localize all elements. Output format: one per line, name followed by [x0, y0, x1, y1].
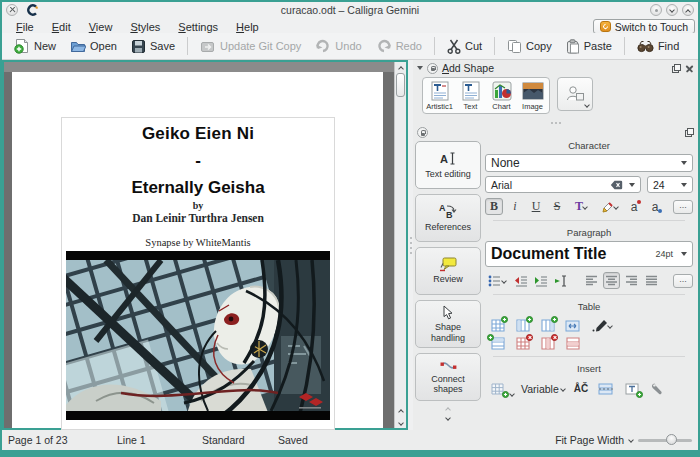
- doc-title-line1: Geiko Eien Ni: [62, 124, 334, 144]
- artistic-text-icon: [428, 81, 452, 101]
- document-vertical-scrollbar[interactable]: [394, 62, 406, 428]
- shape-image-button[interactable]: Image: [517, 79, 548, 112]
- window-shade-button[interactable]: [650, 4, 662, 16]
- copy-button[interactable]: Copy: [501, 37, 558, 56]
- delete-column-button[interactable]: [539, 336, 556, 351]
- scrollbar-thumb[interactable]: [396, 73, 405, 97]
- increase-indent-button[interactable]: [532, 272, 549, 289]
- subscript-button[interactable]: a: [646, 198, 664, 215]
- status-page[interactable]: Page 1 of 23: [8, 434, 68, 446]
- zoom-slider[interactable]: [638, 434, 692, 446]
- insert-variable-button[interactable]: Variable: [521, 383, 565, 395]
- menu-file[interactable]: File: [8, 21, 42, 33]
- tool-options-content: Character None Arial: [483, 139, 695, 430]
- strikethrough-button[interactable]: S: [548, 198, 566, 215]
- decrease-indent-button[interactable]: [512, 272, 529, 289]
- undo-button[interactable]: Undo: [309, 37, 367, 55]
- insert-table-button[interactable]: [489, 318, 506, 333]
- font-family-combobox[interactable]: Arial: [485, 176, 641, 193]
- docker-splitter-handle[interactable]: [413, 122, 698, 124]
- underline-button[interactable]: U: [527, 198, 545, 215]
- cut-button[interactable]: Cut: [441, 37, 488, 56]
- paste-button[interactable]: Paste: [560, 37, 618, 56]
- switch-to-touch-button[interactable]: Switch to Touch: [593, 19, 695, 34]
- menu-help[interactable]: Help: [228, 21, 267, 33]
- merge-cells-button[interactable]: [564, 318, 581, 333]
- delete-row-button[interactable]: [564, 336, 581, 351]
- status-paragraph-style[interactable]: Standard: [202, 434, 245, 446]
- zoom-slider-thumb[interactable]: [666, 434, 677, 445]
- tab-text-editing[interactable]: A Text editing: [415, 141, 481, 189]
- save-button[interactable]: Save: [125, 37, 181, 56]
- align-center-button[interactable]: [603, 272, 620, 289]
- scroll-up-icon[interactable]: [395, 64, 406, 71]
- cursor-arrow-icon: [442, 305, 454, 320]
- delete-table-button[interactable]: [514, 336, 531, 351]
- redo-button[interactable]: Redo: [370, 37, 428, 55]
- first-line-indent-button[interactable]: [552, 272, 569, 289]
- insert-table-variable-button[interactable]: [489, 381, 506, 396]
- open-button[interactable]: Open: [64, 37, 123, 55]
- clear-text-icon[interactable]: [610, 180, 623, 190]
- align-right-button[interactable]: [623, 272, 640, 289]
- scroll-up2-icon[interactable]: [395, 407, 406, 414]
- border-pen-button[interactable]: [589, 318, 615, 333]
- tab-connect-shapes[interactable]: Connect shapes: [415, 353, 481, 401]
- float-docker-icon[interactable]: [672, 64, 681, 73]
- window-maximize-button[interactable]: [682, 4, 694, 16]
- superscript-button[interactable]: a: [625, 198, 643, 215]
- title-text-frame[interactable]: Geiko Eien Ni - Eternally Geisha by Dan …: [61, 117, 335, 430]
- find-button[interactable]: Find: [631, 38, 685, 55]
- update-git-copy-button[interactable]: Update Git Copy: [194, 37, 307, 55]
- insert-text-frame-button[interactable]: [623, 381, 640, 396]
- settings-wrench-button[interactable]: [649, 381, 666, 396]
- align-left-button[interactable]: [583, 272, 600, 289]
- text-color-button[interactable]: T: [569, 198, 593, 215]
- more-character-options-button[interactable]: ...: [673, 200, 693, 214]
- insert-column-left-button[interactable]: [514, 318, 531, 333]
- lock-icon[interactable]: [417, 127, 428, 138]
- float-docker-icon[interactable]: [685, 128, 694, 137]
- window-minimize-button[interactable]: [666, 4, 678, 16]
- tab-shape-handling[interactable]: Shape handling: [415, 300, 481, 348]
- cover-artwork-image[interactable]: [66, 251, 330, 420]
- more-shapes-button[interactable]: [557, 77, 593, 111]
- special-character-button[interactable]: ÅČ: [574, 383, 588, 394]
- shape-chart-button[interactable]: Chart: [486, 79, 517, 112]
- character-style-combobox[interactable]: None: [485, 154, 693, 172]
- tab-review[interactable]: Review: [415, 247, 481, 295]
- chevron-down-icon[interactable]: [628, 437, 634, 443]
- font-size-combobox[interactable]: 24: [647, 176, 693, 193]
- highlight-color-button[interactable]: [596, 198, 622, 215]
- status-line[interactable]: Line 1: [117, 434, 146, 446]
- new-button[interactable]: New: [8, 36, 62, 56]
- doc-credit: Synapse by WhiteMantis: [62, 237, 334, 248]
- bold-button[interactable]: B: [485, 198, 503, 215]
- tabs-scroll-up-icon[interactable]: [445, 407, 451, 413]
- zoom-slider-track[interactable]: [638, 439, 692, 442]
- list-style-button[interactable]: [485, 272, 509, 289]
- paragraph-style-combobox[interactable]: Document Title 24pt: [485, 241, 693, 267]
- calligra-gemini-window: curacao.odt – Calligra Gemini File Edit …: [0, 0, 700, 457]
- menu-edit[interactable]: Edit: [44, 21, 79, 33]
- scroll-down-icon[interactable]: [395, 421, 406, 425]
- zoom-mode[interactable]: Fit Page Width: [555, 434, 624, 446]
- more-paragraph-options-button[interactable]: ...: [673, 274, 693, 288]
- tabs-scroll-down-icon[interactable]: [445, 415, 451, 421]
- shape-artistic-text-button[interactable]: Artistic1: [424, 79, 455, 112]
- menu-settings[interactable]: Settings: [170, 21, 226, 33]
- tab-references[interactable]: A B References: [415, 194, 481, 242]
- close-docker-icon[interactable]: [685, 64, 694, 73]
- shape-text-button[interactable]: Text: [455, 79, 486, 112]
- lock-icon[interactable]: [427, 63, 438, 74]
- document-page[interactable]: Geiko Eien Ni - Eternally Geisha by Dan …: [12, 72, 383, 428]
- insert-row-button[interactable]: [489, 336, 506, 351]
- menu-styles[interactable]: Styles: [122, 21, 168, 33]
- main-toolbar: New Open Save Update Git Copy: [2, 33, 698, 60]
- page-break-button[interactable]: [597, 381, 614, 396]
- insert-column-right-button[interactable]: [539, 318, 556, 333]
- collapse-icon[interactable]: [417, 66, 423, 70]
- align-justify-button[interactable]: [643, 272, 660, 289]
- menu-view[interactable]: View: [81, 21, 121, 33]
- italic-button[interactable]: i: [506, 198, 524, 215]
